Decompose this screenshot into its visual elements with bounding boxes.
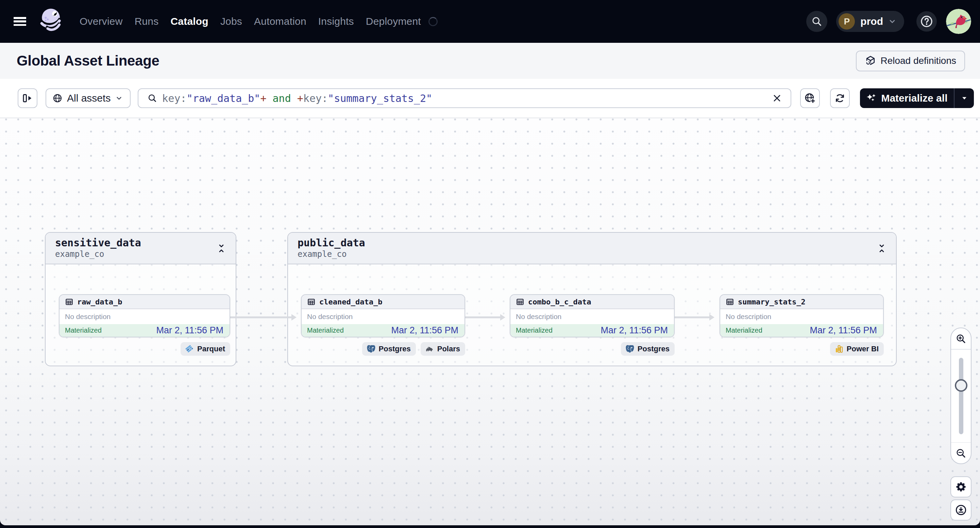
nav-item-automation[interactable]: Automation (254, 16, 306, 27)
search-icon (147, 93, 158, 103)
nav-item-overview[interactable]: Overview (80, 16, 123, 27)
materialize-all-label: Materialize all (881, 92, 947, 104)
reload-definitions-icon (865, 55, 876, 67)
asset-name: cleaned_data_b (319, 298, 382, 306)
asset-node-body: No description (59, 309, 229, 324)
page-title: Global Asset Lineage (17, 53, 159, 69)
lineage-canvas-background: sensitive_data example_co public_data ex… (0, 118, 980, 528)
zoom-slider[interactable] (951, 350, 971, 442)
help-button[interactable] (916, 11, 937, 32)
workspace-name: prod (860, 16, 883, 27)
kind-badge-postgres[interactable]: Postgres (362, 342, 416, 356)
deployment-loading-spinner-icon (428, 17, 438, 26)
nav-item-runs[interactable]: Runs (135, 16, 159, 27)
lineage-canvas[interactable]: sensitive_data example_co public_data ex… (0, 118, 980, 525)
reload-definitions-button[interactable]: Reload definitions (856, 51, 965, 71)
asset-node-summary-stats-2[interactable]: summary_stats_2 No description Materiali… (719, 294, 884, 338)
query-segment: key: (303, 92, 328, 104)
kind-badge-label: Postgres (638, 344, 670, 354)
sparkles-icon (865, 92, 877, 104)
hamburger-bar (14, 24, 26, 26)
kind-badge-label: Polars (437, 344, 460, 354)
nav-item-catalog[interactable]: Catalog (170, 16, 208, 27)
powerbi-icon (834, 344, 844, 354)
zoom-slider-thumb[interactable] (955, 379, 967, 392)
user-avatar[interactable] (946, 9, 971, 34)
materialize-all-button[interactable]: Materialize all (860, 88, 954, 108)
zoom-slider-track[interactable] (959, 358, 963, 434)
asset-node-footer: Materialized Mar 2, 11:56 PM (720, 324, 883, 337)
asset-description: No description (65, 312, 110, 321)
new-asset-selection-button[interactable] (800, 88, 820, 108)
asset-description: No description (725, 312, 771, 321)
query-segment: + (297, 92, 303, 104)
materialize-options-caret-button[interactable] (955, 88, 974, 108)
group-header[interactable]: sensitive_data example_co (46, 233, 235, 264)
group-header[interactable]: public_data example_co (288, 233, 896, 264)
nav-item-deployment[interactable]: Deployment (366, 16, 421, 27)
kind-badge-powerbi[interactable]: Power BI (830, 342, 884, 356)
search-icon (811, 16, 822, 27)
asset-node-header: cleaned_data_b (302, 295, 465, 309)
asset-scope-label: All assets (67, 92, 110, 104)
asset-node-cleaned-data-b[interactable]: cleaned_data_b No description Materializ… (301, 294, 465, 338)
hamburger-menu-button[interactable] (14, 17, 29, 26)
asset-description: No description (516, 312, 562, 321)
nav-item-insights[interactable]: Insights (318, 16, 354, 27)
asset-search-input[interactable]: key:"raw_data_b"+ and +key:"summary_stat… (138, 88, 791, 108)
kind-badge-postgres[interactable]: Postgres (621, 342, 675, 356)
asset-node-body: No description (511, 309, 674, 324)
zoom-in-icon (955, 333, 967, 344)
materialized-status: Materialized (516, 327, 552, 335)
chevron-down-icon (115, 94, 123, 102)
kind-badges-summary-stats-2: Power BI (719, 342, 884, 356)
asset-node-combo-b-c-data[interactable]: combo_b_c_data No description Materializ… (510, 294, 675, 338)
zoom-in-button[interactable] (951, 328, 971, 349)
asset-node-footer: Materialized Mar 2, 11:56 PM (302, 324, 465, 337)
materialized-timestamp: Mar 2, 11:56 PM (810, 325, 877, 336)
collapse-group-button[interactable] (214, 241, 229, 256)
postgres-icon (625, 344, 635, 354)
dagster-logo[interactable] (38, 8, 64, 35)
materialized-timestamp: Mar 2, 11:56 PM (156, 325, 223, 336)
materialize-all-split-button: Materialize all (860, 88, 974, 108)
query-segment: "summary_stats_2" (328, 92, 432, 104)
asset-scope-dropdown[interactable]: All assets (46, 88, 130, 108)
kind-badge-parquet[interactable]: Parquet (181, 342, 230, 356)
refresh-button[interactable] (830, 88, 850, 108)
collapse-icon (216, 243, 226, 254)
group-location: example_co (55, 249, 235, 259)
hamburger-bar (14, 21, 26, 22)
open-side-panel-button[interactable] (18, 88, 37, 108)
download-graph-button[interactable] (950, 499, 972, 520)
asset-name: raw_data_b (77, 298, 122, 306)
asset-node-body: No description (302, 309, 465, 324)
kind-badge-label: Postgres (379, 344, 411, 354)
nav-item-jobs[interactable]: Jobs (220, 16, 242, 27)
kind-badges-combo-b-c-data: Postgres (510, 342, 675, 356)
workspace-switcher[interactable]: P prod (836, 11, 904, 32)
panel-expand-icon (21, 92, 33, 104)
materialized-status: Materialized (65, 327, 102, 335)
clear-search-button[interactable] (770, 91, 784, 106)
hamburger-bar (14, 17, 26, 19)
parquet-icon (185, 344, 194, 354)
asset-node-raw-data-b[interactable]: raw_data_b No description Materialized M… (59, 294, 230, 338)
query-segment: key: (162, 92, 186, 104)
graph-settings-button[interactable] (950, 476, 972, 498)
postgres-icon (366, 344, 376, 354)
polars-icon (425, 344, 434, 354)
search-query-text: key:"raw_data_b"+ and +key:"summary_stat… (162, 92, 432, 104)
kind-badge-polars[interactable]: Polars (421, 342, 465, 356)
query-segment: + (260, 92, 266, 104)
asset-node-footer: Materialized Mar 2, 11:56 PM (511, 324, 674, 337)
help-icon (920, 14, 934, 29)
zoom-out-button[interactable] (951, 443, 971, 463)
caret-down-icon (960, 94, 969, 103)
materialized-status: Materialized (725, 327, 762, 335)
search-button[interactable] (806, 11, 827, 32)
collapse-group-button[interactable] (874, 241, 889, 256)
globe-icon (52, 93, 62, 103)
zoom-control (950, 328, 972, 464)
asset-description: No description (307, 312, 353, 321)
